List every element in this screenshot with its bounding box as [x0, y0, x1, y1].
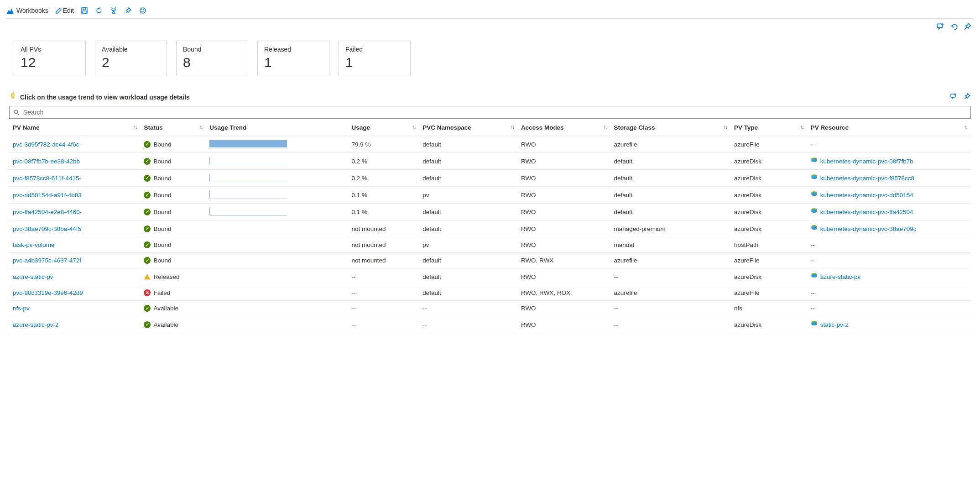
trend-cell [206, 301, 348, 316]
pv-type-cell: azureDisk [730, 153, 807, 170]
col-sc[interactable]: Storage Class↑↓ [610, 119, 730, 136]
resource-link[interactable]: kubernetes-dynamic-pvc-ffa42504 [811, 208, 967, 216]
pv-name-link[interactable]: pvc-f8578cc8-611f-4415- [13, 175, 81, 182]
edit-button[interactable]: Edit [55, 6, 74, 15]
resource-link[interactable]: kubernetes-dynamic-pvc-38ae709c [811, 225, 967, 233]
pv-name-link[interactable]: azure-static-pv [13, 273, 53, 280]
resource-link[interactable]: kubernetes-dynamic-pvc-08f7fb7b [811, 157, 967, 165]
status-ok-icon [144, 321, 151, 328]
resource-link[interactable]: azure-static-pv [811, 272, 967, 281]
pv-name-link[interactable]: pvc-90c3319e-39e6-42d9 [13, 289, 83, 296]
resource-link[interactable]: kubernetes-dynamic-pvc-f8578cc8 [811, 174, 967, 182]
summary-card[interactable]: Failed1 [339, 41, 411, 76]
page-actions [6, 19, 974, 32]
sort-icon[interactable]: ↑↓ [800, 124, 803, 130]
pv-name-link[interactable]: pvc-dd50154d-a91f-4b83 [13, 192, 82, 199]
svg-point-9 [954, 94, 956, 95]
usage-bar[interactable] [209, 208, 287, 216]
sort-icon[interactable]: ↑↓ [964, 124, 967, 130]
usage-cell: not mounted [348, 253, 419, 268]
storage-class-cell: azurefile [610, 136, 730, 153]
hint-row: Click on the usage trend to view workloa… [6, 89, 974, 106]
resource-link[interactable]: static-pv-2 [811, 320, 967, 329]
summary-card[interactable]: Released1 [257, 41, 329, 76]
sort-icon[interactable]: ↑↓ [511, 124, 514, 130]
undo-icon[interactable] [950, 22, 958, 31]
storage-class-cell: default [610, 187, 730, 204]
pencil-icon [55, 6, 63, 15]
status-ok-icon [144, 241, 151, 248]
usage-bar[interactable] [209, 140, 287, 148]
storage-class-cell: azurefile [610, 253, 730, 268]
search-box[interactable] [9, 106, 971, 119]
svg-point-7 [941, 23, 944, 26]
pv-name-link[interactable]: nfs-pv [13, 305, 30, 312]
pin-icon[interactable] [124, 6, 132, 15]
comment-icon[interactable] [950, 93, 957, 101]
comment-icon[interactable] [936, 22, 944, 31]
svg-rect-2 [83, 11, 86, 13]
summary-card[interactable]: Bound8 [176, 41, 248, 76]
col-ns[interactable]: PVC Namespace↑↓ [419, 119, 517, 136]
sort-icon[interactable]: ↑↓ [133, 124, 136, 130]
status-ok-icon [144, 158, 151, 165]
status-cell: Bound [144, 158, 202, 165]
resource-link[interactable]: kubernetes-dynamic-pvc-dd50154 [811, 191, 967, 199]
access-modes-cell: RWO, RWX [517, 253, 610, 268]
pin-icon[interactable] [964, 93, 971, 101]
disk-icon [811, 320, 818, 329]
col-usage[interactable]: Usage↑↓ [348, 119, 419, 136]
col-trend[interactable]: Usage Trend [206, 119, 348, 136]
search-icon [13, 109, 20, 115]
pv-name-link[interactable]: pvc-38ae709c-38ba-44f5 [13, 225, 81, 232]
sort-icon[interactable]: ↑↓ [412, 124, 415, 130]
workbooks-icon [6, 7, 14, 14]
summary-card[interactable]: Available2 [95, 41, 167, 76]
col-name[interactable]: PV Name↑↓ [9, 119, 140, 136]
pv-name-link[interactable]: azure-static-pv-2 [13, 321, 59, 328]
access-modes-cell: RWO [517, 170, 610, 187]
sort-icon[interactable]: ↑↓ [724, 124, 727, 130]
col-am[interactable]: Access Modes↑↓ [517, 119, 610, 136]
col-res[interactable]: PV Resource↑↓ [807, 119, 971, 136]
sort-icon[interactable]: ↑↓ [603, 124, 606, 130]
trend-cell [206, 268, 348, 285]
trend-cell [206, 253, 348, 268]
usage-bar[interactable] [209, 174, 287, 182]
namespace-cell: default [419, 220, 517, 237]
pin-page-icon[interactable] [964, 22, 972, 31]
disk-icon [811, 174, 818, 182]
access-modes-cell: RWO [517, 237, 610, 253]
status-cell: Available [144, 305, 202, 312]
status-ok-icon [144, 305, 151, 312]
usage-bar[interactable] [209, 191, 287, 199]
usage-bar[interactable] [209, 157, 287, 165]
card-label: Failed [345, 46, 404, 53]
table-row: nfs-pvAvailable----RWO--nfs-- [9, 301, 971, 316]
pv-name-link[interactable]: pvc-ffa42504-e2e8-4460- [13, 209, 82, 215]
summary-card[interactable]: All PVs12 [14, 41, 86, 76]
save-icon[interactable] [80, 6, 89, 15]
pv-name-link[interactable]: pvc-a4b3975c-4637-472f [13, 257, 81, 264]
refresh-icon[interactable] [95, 6, 103, 15]
table-row: pvc-08f7fb7b-ee38-42bbBound0.2 %defaultR… [9, 153, 971, 170]
storage-class-cell: default [610, 153, 730, 170]
sort-icon[interactable]: ↑↓ [199, 124, 202, 130]
pv-type-cell: azureFile [730, 136, 807, 153]
storage-class-cell: default [610, 170, 730, 187]
pv-name-link[interactable]: task-pv-volume [13, 241, 55, 248]
workbooks-link[interactable]: Workbooks [6, 7, 48, 14]
svg-point-5 [143, 10, 144, 10]
access-modes-cell: RWO, RWX, ROX [517, 285, 610, 301]
search-input[interactable] [22, 108, 967, 116]
col-status[interactable]: Status↑↓ [140, 119, 206, 136]
pv-name-link[interactable]: pvc-3d95f782-ac44-4f6c- [13, 141, 81, 148]
feedback-icon[interactable] [139, 6, 147, 15]
svg-rect-1 [83, 8, 86, 10]
summary-cards: All PVs12Available2Bound8Released1Failed… [6, 32, 974, 89]
col-type[interactable]: PV Type↑↓ [730, 119, 807, 136]
alert-icon[interactable] [109, 6, 118, 15]
pv-name-link[interactable]: pvc-08f7fb7b-ee38-42bb [13, 158, 80, 165]
table-row: azure-static-pvReleased--defaultRWO--azu… [9, 268, 971, 285]
toolbar: Workbooks Edit [6, 5, 974, 19]
